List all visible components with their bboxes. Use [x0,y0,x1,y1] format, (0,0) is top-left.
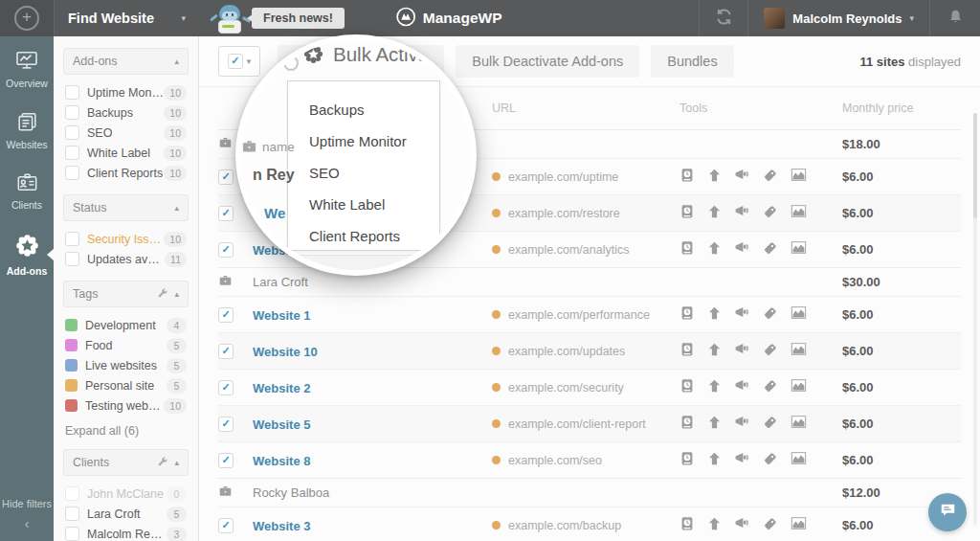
menu-item-backups[interactable]: Backups [309,94,439,125]
update-icon[interactable] [707,204,722,223]
filter-checkbox[interactable] [65,85,79,100]
update-icon[interactable] [707,415,722,434]
analytics-icon[interactable] [791,451,807,469]
backup-icon[interactable] [679,168,695,187]
filter-item-live-websites[interactable]: Live websites5 [63,355,189,375]
site-name-link[interactable]: Website 5 [253,417,310,432]
bundles-button[interactable]: Bundles [651,45,733,78]
analytics-icon[interactable] [791,204,807,222]
tag-icon[interactable] [763,378,778,397]
menu-item-seo[interactable]: SEO [309,157,439,189]
tag-icon[interactable] [763,204,778,223]
megaphone-icon[interactable] [734,168,750,186]
find-website-dropdown[interactable]: Find Website ▾ [54,0,199,36]
filter-item-testing-websites[interactable]: Testing websites10 [63,395,189,416]
backup-icon[interactable] [679,305,695,325]
filter-section-header-clients[interactable]: Clients▴ [63,449,189,476]
tag-icon[interactable] [763,451,778,470]
filter-item-security-issues[interactable]: Security Issues10 [63,229,189,249]
row-checkbox[interactable]: ✓ [218,169,234,185]
analytics-icon[interactable] [791,415,807,433]
site-name-link[interactable]: Website 2 [253,381,310,395]
analytics-icon[interactable] [791,516,807,534]
megaphone-icon[interactable] [734,342,750,360]
filter-item-uptime-monitor[interactable]: Uptime Monitor10 [63,82,189,102]
backup-icon[interactable] [679,342,695,361]
megaphone-icon[interactable] [734,378,750,396]
site-name-link[interactable]: Website 3 [253,519,310,533]
wrench-icon[interactable] [157,287,168,302]
hide-filters-button[interactable]: Hide filters [0,497,54,510]
chevron-up-icon[interactable]: ▴ [174,289,179,299]
sidebar-item-overview[interactable]: Overview [0,40,54,98]
filter-section-header-tags[interactable]: Tags▴ [63,281,189,307]
scrollbar-track[interactable] [973,113,977,526]
analytics-icon[interactable] [791,342,807,360]
filter-checkbox[interactable] [65,232,79,246]
backup-icon[interactable] [679,415,695,434]
row-checkbox[interactable]: ✓ [218,307,234,323]
analytics-icon[interactable] [791,305,807,324]
filter-checkbox[interactable] [65,146,79,160]
row-checkbox[interactable]: ✓ [218,380,234,395]
update-icon[interactable] [707,240,722,259]
filter-item-seo[interactable]: SEO10 [63,123,189,143]
filter-checkbox[interactable] [65,486,79,501]
site-name-link[interactable]: Website 1 [253,308,310,323]
filter-item-personal-site[interactable]: Personal site5 [63,375,189,395]
filter-item-lara-croft[interactable]: Lara Croft5 [63,504,189,524]
tag-icon[interactable] [763,305,778,325]
tag-icon[interactable] [763,168,778,187]
backup-icon[interactable] [679,516,695,535]
filter-item-backups[interactable]: Backups10 [63,102,189,123]
wrench-icon[interactable] [157,456,168,470]
row-checkbox[interactable]: ✓ [218,242,234,258]
row-checkbox[interactable]: ✓ [218,206,234,221]
filter-checkbox[interactable] [65,125,79,140]
tag-icon[interactable] [763,516,778,535]
megaphone-icon[interactable] [734,415,750,433]
tag-icon[interactable] [763,342,778,361]
backup-icon[interactable] [679,240,695,259]
filter-checkbox[interactable] [65,105,79,120]
sync-button[interactable] [700,8,747,30]
update-icon[interactable] [707,516,722,535]
select-all-checkbox[interactable]: ✓ [228,54,243,69]
sidebar-item-clients[interactable]: Clients [0,163,54,219]
filter-item-development[interactable]: Development4 [63,315,189,335]
backup-icon[interactable] [679,204,695,223]
menu-item-uptime-monitor[interactable]: Uptime Monitor [309,125,439,157]
update-icon[interactable] [707,305,722,325]
add-website-button[interactable]: + [0,0,54,36]
collapse-chevron-icon[interactable]: ‹ [25,516,30,531]
sidebar-item-addons[interactable]: Add-ons [0,223,54,285]
megaphone-icon[interactable] [734,204,750,222]
analytics-icon[interactable] [791,240,807,259]
filter-checkbox[interactable] [65,527,79,541]
analytics-icon[interactable] [791,168,807,186]
bulk-deactivate-button[interactable]: Bulk Deactivate Add-ons [456,45,639,78]
megaphone-icon[interactable] [734,240,750,259]
menu-item-white-label[interactable]: White Label [309,189,439,220]
tag-icon[interactable] [763,415,778,434]
filter-checkbox[interactable] [65,507,79,521]
site-name-link[interactable]: Website 10 [253,345,318,359]
fresh-news-badge[interactable]: Fresh news! [252,8,345,29]
update-icon[interactable] [707,168,722,187]
filter-checkbox[interactable] [65,166,79,180]
filter-checkbox[interactable] [65,252,79,266]
user-menu[interactable]: Malcolm Reynolds ▾ [748,8,929,29]
menu-item-client-reports[interactable]: Client Reports [309,220,439,252]
filter-item-food[interactable]: Food5 [63,335,189,355]
filter-item-white-label[interactable]: White Label10 [63,143,189,163]
chevron-up-icon[interactable]: ▴ [174,458,179,467]
backup-icon[interactable] [679,378,695,397]
filter-section-header-status[interactable]: Status▴ [63,194,189,221]
filter-section-header-addons[interactable]: Add-ons▴ [63,48,189,75]
chevron-up-icon[interactable]: ▴ [174,56,179,66]
row-checkbox[interactable]: ✓ [218,518,234,533]
update-icon[interactable] [707,378,722,397]
row-checkbox[interactable]: ✓ [218,453,234,468]
megaphone-icon[interactable] [734,305,750,324]
expand-all-link[interactable]: Expand all (6) [65,424,187,438]
